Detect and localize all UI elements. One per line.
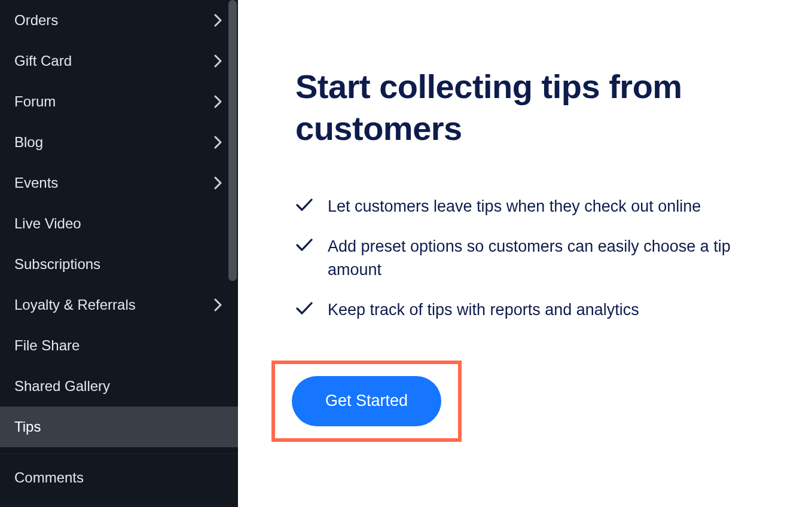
sidebar-item-label: File Share xyxy=(14,337,224,354)
sidebar-item-label: Tips xyxy=(14,419,224,435)
check-icon xyxy=(295,236,313,254)
sidebar-item-label: Live Video xyxy=(14,215,224,232)
benefit-item: Add preset options so customers can easi… xyxy=(295,227,750,290)
sidebar-item-label: Gift Card xyxy=(14,53,213,69)
sidebar: Orders Gift Card Forum xyxy=(0,0,238,507)
sidebar-item-subscriptions[interactable]: Subscriptions xyxy=(0,244,238,285)
main-content: Start collecting tips from customers Let… xyxy=(238,0,812,507)
cta-highlight-frame: Get Started xyxy=(271,361,462,442)
sidebar-item-tips[interactable]: Tips xyxy=(0,407,238,447)
chevron-right-icon xyxy=(213,56,224,66)
check-icon xyxy=(295,196,313,214)
sidebar-item-file-share[interactable]: File Share xyxy=(0,325,238,366)
get-started-button[interactable]: Get Started xyxy=(292,376,441,426)
app-frame: Orders Gift Card Forum xyxy=(0,0,812,507)
sidebar-scrollbar-thumb[interactable] xyxy=(228,0,237,281)
benefit-text: Add preset options so customers can easi… xyxy=(328,235,750,282)
benefit-item: Keep track of tips with reports and anal… xyxy=(295,290,750,330)
sidebar-item-label: Subscriptions xyxy=(14,256,224,273)
sidebar-item-live-video[interactable]: Live Video xyxy=(0,203,238,244)
sidebar-item-events[interactable]: Events xyxy=(0,163,238,203)
sidebar-nav-primary: Orders Gift Card Forum xyxy=(0,0,238,447)
sidebar-item-label: Blog xyxy=(14,134,213,151)
sidebar-item-blog[interactable]: Blog xyxy=(0,122,238,163)
sidebar-separator xyxy=(0,453,238,454)
sidebar-item-shared-gallery[interactable]: Shared Gallery xyxy=(0,366,238,407)
sidebar-item-forum[interactable]: Forum xyxy=(0,81,238,122)
page-title: Start collecting tips from customers xyxy=(295,66,750,149)
sidebar-item-label: Events xyxy=(14,175,213,191)
benefit-text: Let customers leave tips when they check… xyxy=(328,195,701,218)
benefit-text: Keep track of tips with reports and anal… xyxy=(328,298,639,322)
sidebar-item-label: Orders xyxy=(14,12,213,29)
sidebar-item-loyalty-referrals[interactable]: Loyalty & Referrals xyxy=(0,285,238,325)
sidebar-item-gift-card[interactable]: Gift Card xyxy=(0,41,238,81)
chevron-right-icon xyxy=(213,300,224,310)
benefit-item: Let customers leave tips when they check… xyxy=(295,187,750,227)
sidebar-item-label: Forum xyxy=(14,93,213,110)
sidebar-item-label: Loyalty & Referrals xyxy=(14,297,213,313)
sidebar-item-label: Shared Gallery xyxy=(14,378,224,395)
sidebar-item-comments[interactable]: Comments xyxy=(0,457,238,498)
sidebar-nav-secondary: Comments xyxy=(0,457,238,498)
benefits-list: Let customers leave tips when they check… xyxy=(295,187,750,331)
chevron-right-icon xyxy=(213,178,224,188)
check-icon xyxy=(295,300,313,317)
chevron-right-icon xyxy=(213,137,224,148)
sidebar-item-orders[interactable]: Orders xyxy=(0,0,238,41)
chevron-right-icon xyxy=(213,96,224,107)
sidebar-item-label: Comments xyxy=(14,469,224,486)
sidebar-scroll-area: Orders Gift Card Forum xyxy=(0,0,238,507)
chevron-right-icon xyxy=(213,15,224,26)
